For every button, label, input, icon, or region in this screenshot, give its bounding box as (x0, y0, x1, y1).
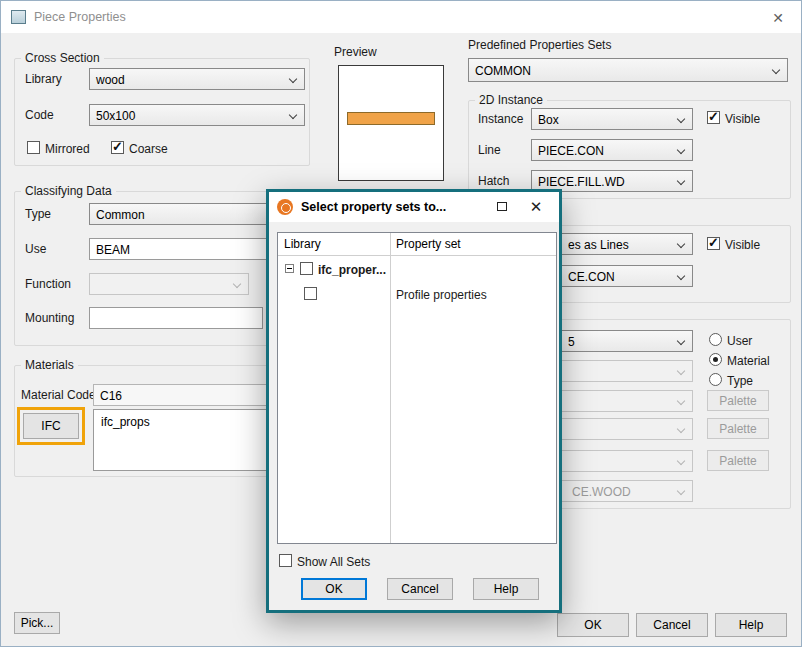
ifc-properties-checkbox[interactable] (300, 262, 313, 275)
palette-button-2: Palette (707, 418, 769, 439)
chevron-down-icon (677, 457, 685, 465)
column-header-library: Library (284, 237, 321, 251)
preview-label: Preview (334, 45, 377, 59)
ifc-button[interactable]: IFC (23, 413, 79, 439)
code-label: Code (25, 108, 54, 122)
use-label: Use (25, 242, 46, 256)
coarse-checkbox[interactable] (111, 141, 124, 154)
chevron-down-icon (677, 240, 685, 248)
line-select[interactable]: PIECE.CON (531, 139, 693, 161)
tree-item-label[interactable]: ifc_proper... (318, 263, 386, 277)
chevron-down-icon (233, 280, 241, 288)
type-radio[interactable] (709, 373, 722, 386)
mounting-input[interactable] (89, 307, 263, 329)
coarse-checkbox-label: Coarse (129, 142, 168, 156)
cross-section-group-label: Cross Section (21, 51, 104, 65)
chevron-down-icon (677, 487, 685, 495)
function-select (89, 273, 249, 295)
library-value: wood (96, 73, 125, 87)
modal-help-button[interactable]: Help (473, 578, 539, 600)
header-divider (278, 255, 556, 256)
user-radio-label: User (727, 334, 752, 348)
dialog-app-icon (277, 199, 293, 215)
wood-material-value: CE.WOOD (572, 485, 631, 499)
material-radio-label: Material (727, 354, 770, 368)
predefined-sets-value: COMMON (475, 64, 531, 78)
chevron-down-icon (289, 111, 297, 119)
instance-label: Instance (478, 112, 523, 126)
profile-properties-checkbox[interactable] (304, 287, 317, 300)
piece-properties-window: Piece Properties ✕ Cross Section Library… (0, 0, 802, 647)
function-label: Function (25, 277, 71, 291)
instance-value: Box (538, 113, 559, 127)
palette-button-1: Palette (707, 390, 769, 411)
axes-visible-checkbox[interactable] (707, 237, 720, 250)
mounting-label: Mounting (25, 311, 74, 325)
materials-group-label: Materials (21, 358, 78, 372)
chevron-down-icon (677, 177, 685, 185)
type-label: Type (25, 207, 51, 221)
instance-visible-checkbox[interactable] (707, 111, 720, 124)
predefined-sets-label: Predefined Properties Sets (468, 38, 611, 52)
maximize-icon[interactable] (497, 202, 507, 211)
mirrored-checkbox[interactable] (27, 141, 40, 154)
hatch-label: Hatch (478, 174, 509, 188)
close-icon[interactable]: ✕ (768, 8, 788, 28)
instance-2d-group-label: 2D Instance (475, 93, 547, 107)
property-sets-table[interactable]: Library Property set ifc_proper... Profi… (277, 232, 557, 544)
chevron-down-icon (677, 115, 685, 123)
tree-collapse-icon[interactable] (285, 264, 294, 273)
user-radio[interactable] (709, 333, 722, 346)
chevron-down-icon (677, 425, 685, 433)
instance-visible-label: Visible (725, 112, 760, 126)
axes-visible-label: Visible (725, 238, 760, 252)
modal-title: Select property sets to... (301, 200, 446, 214)
chevron-down-icon (772, 66, 780, 74)
help-button[interactable]: Help (715, 613, 787, 637)
code-select[interactable]: 50x100 (89, 104, 305, 126)
type-value: Common (96, 208, 145, 222)
show-all-sets-label: Show All Sets (297, 555, 370, 569)
modal-ok-button[interactable]: OK (301, 578, 367, 600)
line-label: Line (478, 143, 501, 157)
axes-as-lines-value: es as Lines (568, 238, 629, 252)
title-bar: Piece Properties ✕ (1, 1, 801, 33)
modal-title-bar: Select property sets to... ✕ (269, 192, 559, 222)
hatch-value: PIECE.FILL.WD (538, 175, 625, 189)
chevron-down-icon (289, 75, 297, 83)
preview-canvas (338, 65, 444, 181)
library-label: Library (25, 72, 62, 86)
chevron-down-icon (677, 272, 685, 280)
chevron-down-icon (677, 337, 685, 345)
line-value: PIECE.CON (538, 144, 604, 158)
classifying-data-group-label: Classifying Data (21, 184, 116, 198)
pick-button[interactable]: Pick... (14, 612, 60, 634)
chevron-down-icon (677, 367, 685, 375)
material-radio[interactable] (709, 353, 722, 366)
column-divider (390, 233, 391, 543)
modal-close-icon[interactable]: ✕ (527, 198, 545, 216)
modal-cancel-button[interactable]: Cancel (387, 578, 453, 600)
palette-button-3: Palette (707, 450, 769, 471)
ok-button[interactable]: OK (557, 613, 629, 637)
material-code-label: Material Code (21, 388, 96, 402)
axes-line-value: CE.CON (568, 270, 615, 284)
window-title: Piece Properties (34, 10, 126, 24)
profile-preview-shape (347, 112, 435, 125)
show-all-sets-checkbox[interactable] (279, 554, 292, 567)
select-property-sets-dialog: Select property sets to... ✕ Library Pro… (266, 189, 562, 613)
instance-select[interactable]: Box (531, 108, 693, 130)
app-icon (11, 10, 26, 24)
code-value: 50x100 (96, 109, 135, 123)
tree-child-property-label: Profile properties (396, 288, 487, 302)
type-radio-label: Type (727, 374, 753, 388)
predefined-sets-select[interactable]: COMMON (468, 58, 788, 82)
column-header-property-set: Property set (396, 237, 461, 251)
material-display-value: 5 (568, 335, 575, 349)
library-select[interactable]: wood (89, 68, 305, 90)
cancel-button[interactable]: Cancel (636, 613, 708, 637)
mirrored-checkbox-label: Mirrored (45, 142, 90, 156)
chevron-down-icon (677, 397, 685, 405)
chevron-down-icon (677, 146, 685, 154)
